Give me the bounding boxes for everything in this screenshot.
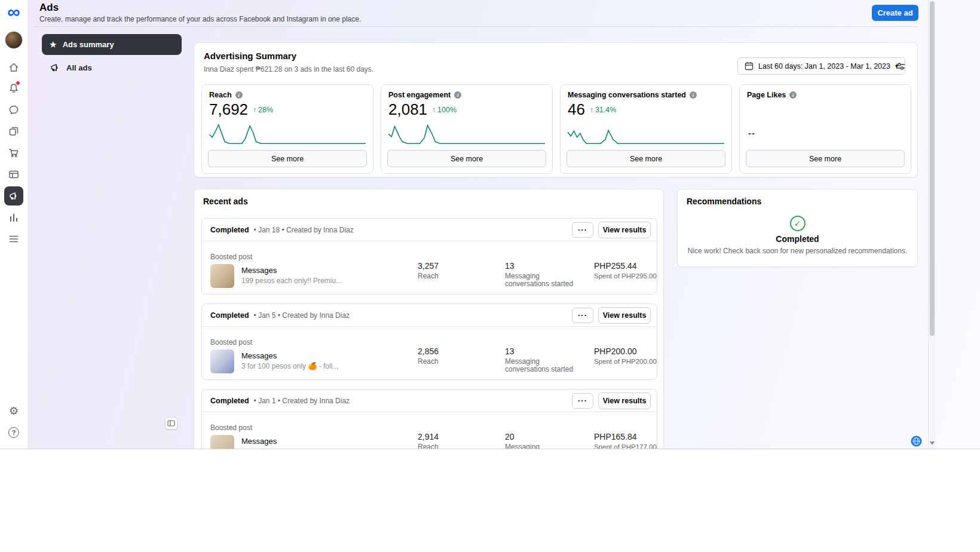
ellipsis-menu-button[interactable]: ··· [572,222,593,238]
insights-icon[interactable] [8,211,20,223]
reach-value: 2,856 [418,346,439,356]
ad-objective: Messages [241,437,277,446]
sidebar-item-all-ads[interactable]: All ads [42,59,182,76]
metric-card-post-engagement: Post engagement i 2,081 ↑ 100% See more [381,84,553,174]
view-results-button[interactable]: View results [598,307,651,324]
see-more-button[interactable]: See more [208,150,367,167]
metric-value: 7,692 [209,100,248,119]
profile-avatar[interactable] [5,32,22,48]
status-badge: Completed [210,226,249,234]
ellipsis-menu-button[interactable]: ··· [572,393,593,409]
ads-icon-active[interactable] [4,186,23,206]
status-badge: Completed [210,311,249,320]
up-arrow-icon: ↑ [253,106,256,114]
metric-delta: 100% [437,106,457,114]
recent-ads-title: Recent ads [203,197,248,206]
ad-entry: Completed • Jan 1 • Created by Inna Diaz… [201,389,657,449]
ad-entry: Completed • Jan 5 • Created by Inna Diaz… [201,303,657,380]
metric-empty-value: -- [748,128,755,138]
advertising-summary-card: Advertising Summary Inna Diaz spent ₱621… [194,42,918,177]
reach-stat: 2,914 Reach [418,432,439,449]
messaging-stat: 13 Messaging conversations started [505,346,584,373]
ad-type-label: Boosted post [210,338,252,346]
reach-label: Reach [418,358,439,366]
info-icon[interactable]: i [235,91,243,99]
ad-thumbnail [210,435,234,449]
scrollbar-thumb[interactable] [930,1,935,336]
metric-label: Page Likes [747,91,786,99]
more-menu-icon[interactable] [8,233,20,245]
status-badge: Completed [210,397,249,405]
see-more-button[interactable]: See more [746,150,905,167]
page-subtitle: Create, manage and track the performance… [39,15,361,23]
ad-entry-header: Completed • Jan 1 • Created by Inna Diaz… [202,390,657,412]
metric-card-page-likes: Page Likes i -- See more [739,84,911,174]
reach-stat: 3,257 Reach [418,261,439,280]
summary-settings-button[interactable] [892,57,909,75]
messaging-label: Messaging conversations started [505,443,584,449]
check-circle-icon: ✓ [790,216,806,231]
ellipsis-menu-button[interactable]: ··· [572,308,593,323]
sidebar-item-ads-summary[interactable]: ★ Ads summary [42,34,182,55]
page-title: Ads [39,2,59,14]
reach-stat: 2,856 Reach [418,346,439,366]
recommendations-message: Nice work! Check back soon for new perso… [678,247,917,255]
ad-objective: Messages [241,266,277,275]
ad-entry-meta: • Jan 1 • Created by Inna Diaz [254,397,350,405]
summary-icon: ★ [50,40,57,49]
help-icon[interactable]: ? [8,427,19,438]
notification-badge-dot [16,81,20,85]
spend-stat: PHP200.00 Spent of PHP200.00 [594,346,672,365]
metric-label: Post engagement [388,91,451,99]
spend-stat: PHP255.44 Spent of PHP295.00 [594,261,672,280]
summary-subtitle: Inna Diaz spent ₱621.28 on 3 ads in the … [204,65,373,73]
ad-entry-header: Completed • Jan 18 • Created by Inna Dia… [202,219,657,241]
view-results-button[interactable]: View results [598,392,651,409]
up-arrow-icon: ↑ [432,106,436,114]
sidebar-collapse-button[interactable] [165,417,177,430]
view-results-button[interactable]: View results [598,222,651,238]
ad-entry-meta: • Jan 18 • Created by Inna Diaz [254,226,354,234]
commerce-cart-icon[interactable] [8,147,20,159]
messaging-label: Messaging conversations started [505,358,584,373]
ad-type-label: Boosted post [210,253,252,261]
app-viewport: ∞ ⚙ ? Ads Create, [0,0,980,449]
ad-objective: Messages [241,351,277,360]
ad-thumbnail [210,264,234,288]
recommendations-card: Recommendations ✓ Completed Nice work! C… [677,189,918,267]
info-icon[interactable]: i [454,91,461,99]
home-icon[interactable] [8,62,20,73]
spend-value: PHP255.44 [594,261,672,271]
scrollbar-down-arrow[interactable] [930,441,935,445]
ad-caption: 3 for 100 pesos only 🍊 - foll... [241,362,338,370]
messaging-value: 13 [505,346,584,356]
date-range-selector[interactable]: Last 60 days: Jan 1, 2023 - Mar 1, 2023 … [737,57,905,75]
see-more-button[interactable]: See more [387,150,546,167]
see-more-button[interactable]: See more [566,150,725,167]
ad-entry-header: Completed • Jan 5 • Created by Inna Diaz… [202,304,657,327]
messenger-icon[interactable] [8,104,20,116]
info-icon[interactable]: i [690,91,697,99]
language-globe-button[interactable] [911,436,922,447]
metric-card-messaging: Messaging conversations started i 46 ↑ 3… [560,84,732,174]
meta-logo-icon[interactable]: ∞ [4,2,23,22]
metric-delta: 28% [258,106,273,114]
create-ad-button[interactable]: Create ad [872,5,918,21]
posts-icon[interactable] [8,125,20,137]
messaging-label: Messaging conversations started [505,272,584,288]
sidebar-item-label: All ads [66,63,92,72]
info-icon[interactable]: i [789,91,797,99]
reach-label: Reach [418,443,439,449]
sidebar-item-label: Ads summary [63,40,114,49]
spend-stat: PHP165.84 Spent of PHP177.00 [594,432,672,449]
metric-label: Reach [209,91,232,99]
metric-label: Messaging conversations started [568,91,686,99]
spend-label: Spent of PHP177.00 [594,443,672,449]
spend-value: PHP165.84 [594,432,672,441]
ad-caption: 199 pesos each only!! Premiu... [241,277,342,285]
reach-value: 2,914 [418,432,439,441]
settings-gear-icon[interactable]: ⚙ [8,405,20,417]
catalog-icon[interactable] [8,168,20,180]
recommendations-status: Completed [678,234,917,244]
messaging-sparkline [568,123,724,146]
